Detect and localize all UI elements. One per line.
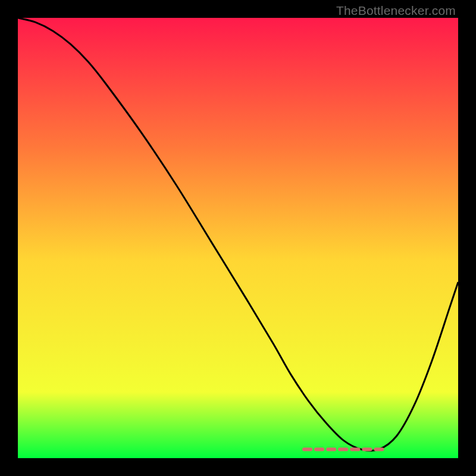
chart-frame (18, 18, 458, 458)
gradient-background (18, 18, 458, 458)
bottleneck-chart (18, 18, 458, 458)
watermark-label: TheBottlenecker.com (336, 4, 456, 18)
